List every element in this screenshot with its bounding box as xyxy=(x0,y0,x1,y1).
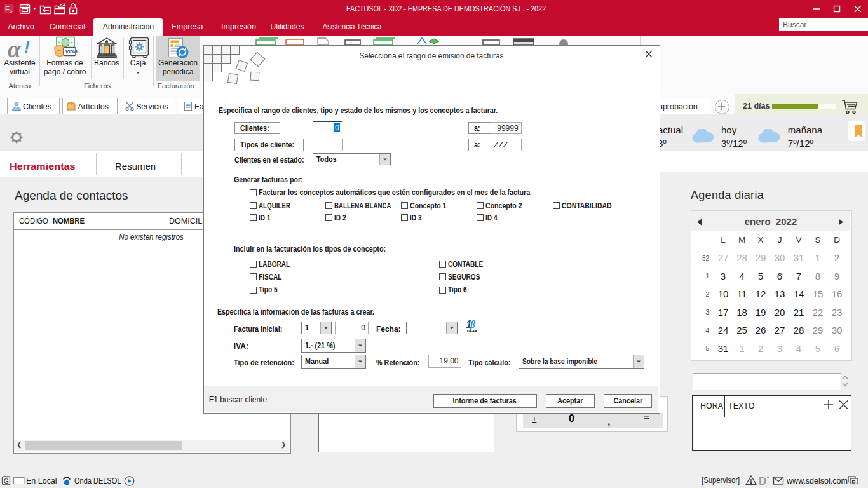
svg-text:TICKETBAI: TICKETBAI xyxy=(466,329,478,333)
svg-text:α: α xyxy=(8,36,22,60)
svg-text:G: G xyxy=(4,478,9,485)
svg-text:!: ! xyxy=(24,37,30,57)
svg-text:s: s xyxy=(10,8,13,14)
svg-text:D: D xyxy=(759,475,766,487)
svg-text:VISA: VISA xyxy=(65,48,78,55)
